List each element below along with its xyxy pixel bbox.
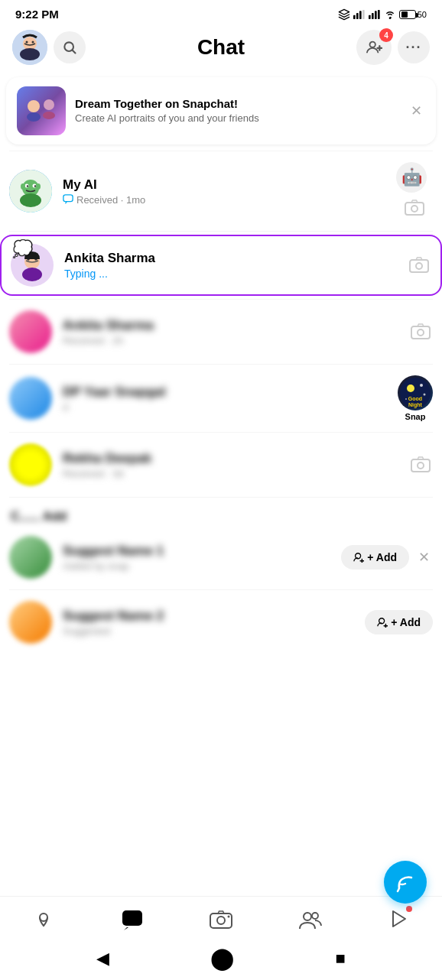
suggest-blurred-avatar-2 (9, 601, 52, 644)
promo-banner[interactable]: Dream Together on Snapchat! Create AI po… (6, 77, 436, 144)
camera-nav-icon (210, 910, 232, 930)
back-button[interactable]: ◀ (96, 949, 109, 969)
snap-sticker[interactable]: Good Night (398, 375, 433, 410)
svg-point-23 (20, 193, 41, 207)
location-icon (338, 8, 350, 21)
battery-container: 50 (399, 10, 427, 19)
suggest-item-1[interactable]: Suggest Name 1 Added by snap + Add ✕ (0, 528, 442, 586)
add-friend-icon (366, 39, 382, 56)
chat-item-ankita[interactable]: 💭 Ankita Sharma Typing ... (0, 235, 442, 296)
robot-icon[interactable]: 🤖 (396, 162, 427, 193)
svg-rect-40 (411, 326, 430, 339)
search-button[interactable] (54, 31, 86, 63)
nav-item-chat[interactable] (109, 906, 156, 933)
chat-name-blurred-1: Ankita Sharma (63, 318, 402, 333)
divider-7 (9, 589, 433, 590)
svg-rect-49 (411, 459, 430, 472)
chat-item-blurred-1[interactable]: Ankita Sharma Received · 2h (0, 303, 442, 361)
chat-item-my-ai[interactable]: My AI Received · 1mo 🤖 (0, 154, 442, 228)
svg-point-8 (388, 17, 391, 19)
camera-icon-my-ai[interactable] (402, 196, 427, 220)
divider-4 (9, 364, 433, 365)
bottom-nav: ◀ ⬤ ■ (0, 896, 442, 980)
section-header-blurred: C...... Add (0, 501, 442, 527)
blurred-avatar-1 (9, 310, 52, 353)
svg-point-45 (424, 394, 426, 396)
svg-point-32 (411, 206, 418, 212)
svg-text:Good: Good (408, 396, 422, 401)
signal-icon (353, 10, 366, 19)
svg-point-50 (418, 462, 424, 469)
chat-status-blurred-2: d (63, 401, 392, 413)
svg-point-12 (26, 41, 28, 44)
add-friend-button[interactable]: 4 (356, 30, 392, 65)
chat-item-blurred-3[interactable]: Rekha Deepak Received · 3d (0, 436, 442, 494)
home-button[interactable]: ⬤ (210, 946, 234, 971)
divider-6 (9, 497, 433, 498)
svg-rect-54 (122, 910, 142, 926)
svg-rect-4 (369, 15, 371, 18)
suggest-blurred-avatar-1 (9, 536, 52, 579)
svg-point-16 (17, 86, 66, 135)
svg-point-39 (416, 263, 422, 269)
battery-tip (416, 13, 418, 18)
chat-item-blurred-2[interactable]: DP Yaar Snapgal d Good Night Snap (0, 368, 442, 429)
status-icons: 50 (338, 8, 427, 21)
camera-svg-3 (411, 323, 431, 340)
snap-label: Snap (405, 412, 426, 421)
bitmoji-svg (12, 30, 47, 65)
divider-1 (9, 151, 433, 151)
signal2-icon (369, 10, 381, 19)
camera-svg-4 (411, 456, 431, 473)
svg-point-41 (418, 329, 424, 336)
svg-point-11 (20, 48, 40, 60)
chat-action-ankita (407, 253, 431, 277)
nav-item-friends[interactable] (286, 907, 335, 933)
chat-name-my-ai: My AI (63, 177, 390, 193)
page-title: Chat (197, 35, 245, 60)
svg-point-57 (227, 916, 229, 918)
svg-point-29 (36, 183, 41, 190)
chat-status-blurred-1: Received · 2h (63, 335, 402, 346)
add-button-1[interactable]: + Add (341, 545, 409, 570)
map-icon (33, 909, 54, 930)
suggest-info-2: Suggest Name 2 Suggested (63, 608, 365, 637)
nav-item-map[interactable] (21, 906, 67, 933)
fab-button[interactable] (384, 861, 427, 904)
camera-icon-blurred-1[interactable] (408, 320, 433, 344)
chat-info-blurred-1: Ankita Sharma Received · 2h (63, 318, 402, 346)
chat-name-blurred-3: Rekha Deepak (63, 451, 402, 466)
svg-text:Night: Night (408, 402, 423, 408)
good-night-sticker: Good Night (400, 378, 431, 408)
camera-icon-blurred-3[interactable] (408, 453, 433, 477)
svg-point-17 (28, 100, 40, 112)
more-button[interactable]: ··· (398, 31, 430, 63)
add-friend-badge: 4 (379, 28, 393, 42)
suggest-actions-2: + Add (365, 610, 433, 634)
svg-rect-0 (353, 15, 356, 18)
typing-bubble-icon: 💭 (12, 241, 33, 258)
svg-rect-38 (410, 260, 428, 272)
nav-item-spotlight[interactable] (377, 906, 421, 933)
add-person-icon-2 (377, 617, 388, 628)
add-button-2[interactable]: + Add (365, 610, 433, 634)
chat-action-blurred-1 (408, 320, 433, 344)
suggest-avatar-1 (9, 536, 52, 579)
chat-name-blurred-2: DP Yaar Snapgal (63, 385, 392, 400)
svg-point-59 (312, 913, 318, 919)
home-indicator: ◀ ⬤ ■ (0, 939, 442, 980)
fab-icon (395, 871, 416, 893)
divider-5 (9, 432, 433, 433)
svg-rect-6 (375, 11, 377, 19)
chat-action-blurred-3 (408, 453, 433, 477)
search-icon (62, 40, 77, 55)
nav-item-camera[interactable] (197, 907, 245, 933)
suggest-close-1[interactable]: ✕ (415, 546, 433, 569)
svg-point-56 (217, 917, 225, 924)
svg-point-27 (34, 185, 36, 187)
suggest-item-2[interactable]: Suggest Name 2 Suggested + Add (0, 593, 442, 651)
promo-close-button[interactable]: ✕ (408, 99, 425, 122)
avatar[interactable] (12, 30, 47, 65)
recents-button[interactable]: ■ (336, 949, 346, 969)
camera-icon-ankita[interactable] (407, 253, 431, 277)
